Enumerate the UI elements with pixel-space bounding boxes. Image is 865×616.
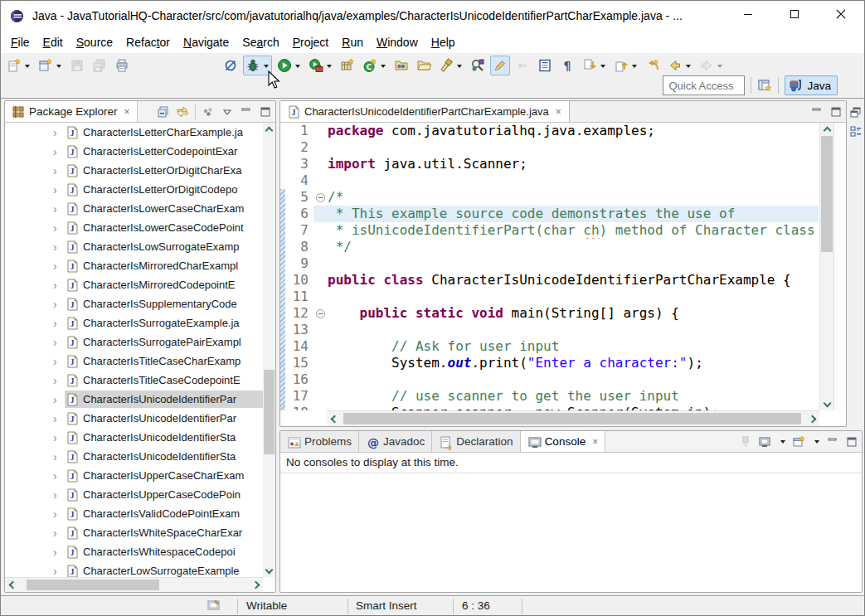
scrollbar-thumb[interactable] (343, 413, 801, 424)
package-explorer-tab[interactable]: Package Explorer × (5, 101, 138, 122)
toolbar-last-edit-location-button[interactable] (643, 56, 663, 75)
quick-access-input[interactable] (663, 75, 745, 95)
new-console-view-button[interactable] (792, 435, 805, 449)
new-dropdown-icon[interactable] (25, 65, 30, 70)
code-line-14[interactable]: 14 // Ask for user input (280, 338, 819, 355)
tree-item-body[interactable]: JCharacterIsMirroredCharExampl (65, 257, 263, 274)
editor-tab-close-icon[interactable]: × (556, 106, 561, 118)
tree-item[interactable]: ›JCharacterIsSurrogatePairExampl (5, 332, 263, 352)
tree-item[interactable]: ›JCharacterIsSurrogateExample.ja (5, 313, 263, 332)
tree-item-body[interactable]: JCharacterIsLetterOrDigitCodepo (65, 181, 263, 198)
toolbar-open-task-button[interactable] (391, 56, 411, 75)
menu-project[interactable]: Project (286, 32, 336, 52)
code-line-1[interactable]: 1package com.javatutorialhq.java.example… (280, 123, 819, 139)
expand-arrow-icon[interactable]: › (53, 336, 65, 349)
maximize-editor-button[interactable] (829, 105, 843, 119)
toolbar-toggle-mark-occurrences-button[interactable] (490, 56, 510, 75)
outline-view-button[interactable] (849, 125, 863, 138)
toolbar-search-button[interactable] (436, 56, 465, 75)
code-line-5[interactable]: 5−/* (280, 189, 819, 206)
menu-file[interactable]: File (4, 32, 36, 52)
debug-dropdown-icon[interactable] (264, 65, 269, 70)
maximize-button[interactable] (771, 1, 818, 27)
previous-annotation-dropdown-icon[interactable] (632, 65, 637, 70)
tree-item[interactable]: ›JCharacterIsLetterCharExample.ja (5, 123, 263, 142)
scroll-down-icon[interactable] (265, 565, 274, 574)
expand-arrow-icon[interactable]: › (53, 164, 65, 177)
expand-arrow-icon[interactable]: › (53, 202, 65, 216)
expand-arrow-icon[interactable]: › (53, 565, 65, 578)
expand-arrow-icon[interactable]: › (53, 183, 65, 196)
tree-item[interactable]: ›JCharacterIsWhiteSpaceCharExar (5, 523, 263, 542)
tree-item-body[interactable]: JCharacterIsLowerCaseCodePoint (65, 219, 263, 236)
tree-item-body[interactable]: JCharacterIsUpperCaseCharExam (65, 467, 263, 484)
view-menu-button[interactable] (221, 105, 234, 119)
expand-arrow-icon[interactable]: › (53, 145, 65, 158)
tree-item-body[interactable]: JCharacterIsUnicodeIdentifierPar (65, 390, 263, 408)
code-line-3[interactable]: 3import java.util.Scanner; (280, 156, 819, 172)
menu-run[interactable]: Run (335, 32, 370, 52)
toolbar-new-class-button[interactable]: C (360, 56, 389, 75)
tree-item-body[interactable]: JCharacterIsUnicodeIdentifierPar (65, 410, 263, 427)
tree-item[interactable]: ›JCharacterIsLetterOrDigitCodepo (5, 180, 263, 199)
scroll-up-icon[interactable] (265, 126, 274, 134)
tree-item-body[interactable]: JCharacterIsUnicodeIdentifierSta (65, 429, 263, 446)
toolbar-new-button[interactable] (4, 56, 33, 75)
menu-edit[interactable]: Edit (36, 32, 70, 52)
menu-navigate[interactable]: Navigate (177, 32, 236, 52)
scroll-up-icon[interactable] (823, 126, 831, 134)
expand-arrow-icon[interactable]: › (53, 126, 65, 139)
expand-arrow-icon[interactable]: › (53, 450, 65, 463)
tree-item[interactable]: ›JCharacterIsLowerCaseCharExam (5, 199, 263, 218)
new-alt-dropdown-icon[interactable] (56, 65, 61, 70)
scroll-right-icon[interactable] (251, 581, 260, 589)
toolbar-skip-all-breakpoints-button[interactable] (221, 56, 241, 75)
tree-item[interactable]: ›JCharacterIsLetterCodepointExar (5, 142, 263, 161)
expand-arrow-icon[interactable]: › (53, 412, 65, 425)
toolbar-show-whitespace-button[interactable]: ¶ (557, 56, 577, 75)
new-console-dropdown-icon[interactable] (814, 440, 819, 446)
collapse-all-button[interactable] (157, 105, 170, 119)
menu-help[interactable]: Help (425, 32, 462, 52)
tab-javadoc[interactable]: @Javadoc (359, 431, 432, 452)
tree-item[interactable]: ›JCharacterIsLowSurrogateExamp (5, 237, 263, 256)
tree-item[interactable]: ›JCharacterIsSupplementaryCode (5, 294, 263, 313)
code-line-10[interactable]: 10public class CharacterIsUnicodeIdentif… (280, 272, 819, 289)
toolbar-show-source-button[interactable] (535, 56, 555, 75)
toolbar-new-alt-button[interactable] (36, 56, 65, 75)
minimize-console-button[interactable] (826, 435, 839, 449)
open-perspective-button[interactable] (757, 78, 772, 93)
code-line-8[interactable]: 8 */ (280, 239, 819, 255)
expand-arrow-icon[interactable]: › (53, 393, 65, 406)
tree-item[interactable]: ›JCharacterIsWhitespaceCodepoi (5, 542, 263, 561)
expand-arrow-icon[interactable]: › (53, 431, 65, 444)
code-line-9[interactable]: 9 (280, 255, 819, 272)
expand-arrow-icon[interactable]: › (53, 221, 65, 235)
toolbar-new-java-project-button[interactable] (338, 56, 357, 75)
code-line-18[interactable]: 18 Scanner scanner = new Scanner(System.… (280, 405, 819, 410)
forward-dropdown-icon[interactable] (717, 65, 722, 70)
fold-marker-icon[interactable]: − (313, 305, 328, 322)
tree-item-body[interactable]: JCharacterIsWhiteSpaceCharExar (65, 524, 263, 541)
scroll-right-icon[interactable] (808, 415, 816, 423)
code-line-17[interactable]: 17 // use scanner to get the user input (280, 388, 819, 405)
tree-item-body[interactable]: JCharacterIsSurrogatePairExampl (65, 333, 263, 351)
tree-item-body[interactable]: JCharacterIsTitleCaseCodepointE (65, 371, 263, 389)
toolbar-open-resource-button[interactable] (414, 56, 434, 75)
close-button[interactable] (818, 1, 864, 27)
code-editor[interactable]: 1package com.javatutorialhq.java.example… (280, 123, 819, 410)
tree-item-body[interactable]: JCharacterIsWhitespaceCodepoi (65, 543, 263, 560)
tree-item[interactable]: ›JCharacterIsUpperCaseCharExam (5, 466, 263, 485)
scrollbar-thumb[interactable] (27, 580, 159, 590)
toolbar-save-button[interactable] (67, 56, 87, 75)
open-console-button[interactable] (758, 435, 771, 449)
tab-declaration[interactable]: Declaration (432, 431, 520, 452)
package-explorer-vscrollbar[interactable] (263, 123, 275, 577)
tree-item-body[interactable]: JCharacterIsValidCodePointExam (65, 505, 263, 522)
code-line-13[interactable]: 13 (280, 322, 819, 338)
maximize-console-button[interactable] (845, 435, 858, 449)
restore-view-button[interactable] (849, 105, 863, 119)
search-dropdown-icon[interactable] (457, 65, 462, 70)
code-line-2[interactable]: 2 (280, 139, 819, 156)
menu-window[interactable]: Window (370, 32, 425, 52)
